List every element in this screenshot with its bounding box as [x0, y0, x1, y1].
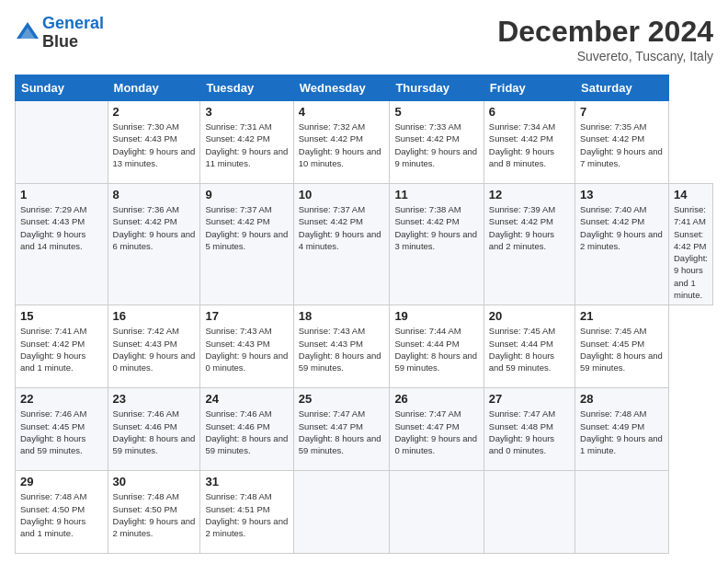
- day-info: Sunrise: 7:48 AM Sunset: 4:49 PM Dayligh…: [580, 408, 664, 456]
- day-number: 6: [489, 105, 570, 119]
- header-sunday: Sunday: [16, 75, 108, 101]
- calendar-day-cell: 24 Sunrise: 7:46 AM Sunset: 4:46 PM Dayl…: [200, 388, 293, 471]
- day-info: Sunrise: 7:29 AM Sunset: 4:43 PM Dayligh…: [20, 203, 103, 252]
- day-number: 10: [299, 188, 385, 201]
- calendar-day-cell: 16 Sunrise: 7:42 AM Sunset: 4:43 PM Dayl…: [108, 305, 200, 388]
- header-wednesday: Wednesday: [293, 75, 390, 101]
- day-number: 14: [674, 188, 708, 201]
- calendar-day-cell: 26 Sunrise: 7:47 AM Sunset: 4:47 PM Dayl…: [390, 388, 483, 471]
- calendar-day-cell: 21 Sunrise: 7:45 AM Sunset: 4:45 PM Dayl…: [575, 305, 669, 388]
- calendar-day-cell: 18 Sunrise: 7:43 AM Sunset: 4:43 PM Dayl…: [293, 305, 390, 388]
- calendar-week-row: 1 Sunrise: 7:29 AM Sunset: 4:43 PM Dayli…: [16, 184, 713, 305]
- day-number: 28: [580, 392, 664, 406]
- calendar-day-cell: 20 Sunrise: 7:45 AM Sunset: 4:44 PM Dayl…: [483, 305, 574, 388]
- calendar-day-cell: 22 Sunrise: 7:46 AM Sunset: 4:45 PM Dayl…: [16, 388, 108, 471]
- days-header-row: Sunday Monday Tuesday Wednesday Thursday…: [16, 75, 713, 101]
- day-info: Sunrise: 7:38 AM Sunset: 4:42 PM Dayligh…: [394, 203, 478, 252]
- day-info: Sunrise: 7:40 AM Sunset: 4:42 PM Dayligh…: [580, 203, 664, 252]
- day-info: Sunrise: 7:36 AM Sunset: 4:42 PM Dayligh…: [113, 203, 196, 252]
- day-number: 20: [489, 309, 570, 323]
- calendar-day-cell: 8 Sunrise: 7:36 AM Sunset: 4:42 PM Dayli…: [108, 184, 200, 305]
- day-info: Sunrise: 7:34 AM Sunset: 4:42 PM Dayligh…: [489, 121, 570, 169]
- header-saturday: Saturday: [575, 75, 669, 101]
- day-number: 3: [205, 105, 288, 119]
- calendar-day-cell: 4 Sunrise: 7:32 AM Sunset: 4:42 PM Dayli…: [293, 101, 390, 184]
- title-block: December 2024 Suvereto, Tuscany, Italy: [497, 15, 713, 63]
- logo-icon: [15, 20, 40, 46]
- logo: GeneralBlue: [15, 15, 104, 52]
- day-number: 11: [394, 188, 478, 201]
- day-info: Sunrise: 7:30 AM Sunset: 4:43 PM Dayligh…: [113, 121, 196, 169]
- day-info: Sunrise: 7:48 AM Sunset: 4:50 PM Dayligh…: [113, 490, 196, 539]
- calendar-day-cell: 29 Sunrise: 7:48 AM Sunset: 4:50 PM Dayl…: [16, 471, 108, 554]
- day-number: 25: [299, 392, 385, 406]
- day-info: Sunrise: 7:43 AM Sunset: 4:43 PM Dayligh…: [299, 325, 385, 373]
- calendar-day-cell: 5 Sunrise: 7:33 AM Sunset: 4:42 PM Dayli…: [390, 101, 483, 184]
- calendar-day-cell: 19 Sunrise: 7:44 AM Sunset: 4:44 PM Dayl…: [390, 305, 483, 388]
- day-number: 24: [205, 392, 288, 406]
- day-info: Sunrise: 7:48 AM Sunset: 4:51 PM Dayligh…: [205, 490, 288, 539]
- calendar-day-cell: [390, 471, 483, 554]
- calendar-day-cell: 30 Sunrise: 7:48 AM Sunset: 4:50 PM Dayl…: [108, 471, 200, 554]
- calendar-day-cell: 28 Sunrise: 7:48 AM Sunset: 4:49 PM Dayl…: [575, 388, 669, 471]
- header-thursday: Thursday: [390, 75, 483, 101]
- day-info: Sunrise: 7:46 AM Sunset: 4:45 PM Dayligh…: [20, 408, 103, 456]
- day-info: Sunrise: 7:37 AM Sunset: 4:42 PM Dayligh…: [299, 203, 385, 252]
- calendar-day-cell: 6 Sunrise: 7:34 AM Sunset: 4:42 PM Dayli…: [483, 101, 574, 184]
- logo-text: GeneralBlue: [42, 15, 104, 52]
- day-info: Sunrise: 7:48 AM Sunset: 4:50 PM Dayligh…: [20, 490, 103, 539]
- page-header: GeneralBlue December 2024 Suvereto, Tusc…: [15, 15, 713, 63]
- calendar-day-cell: 31 Sunrise: 7:48 AM Sunset: 4:51 PM Dayl…: [200, 471, 293, 554]
- day-number: 2: [113, 105, 196, 119]
- day-number: 5: [394, 105, 478, 119]
- day-info: Sunrise: 7:46 AM Sunset: 4:46 PM Dayligh…: [205, 408, 288, 456]
- calendar-table: Sunday Monday Tuesday Wednesday Thursday…: [15, 75, 713, 554]
- day-number: 16: [113, 309, 196, 323]
- day-number: 21: [580, 309, 664, 323]
- calendar-day-cell: [483, 471, 574, 554]
- day-info: Sunrise: 7:47 AM Sunset: 4:47 PM Dayligh…: [394, 408, 478, 456]
- day-info: Sunrise: 7:39 AM Sunset: 4:42 PM Dayligh…: [489, 203, 570, 252]
- calendar-day-cell: 1 Sunrise: 7:29 AM Sunset: 4:43 PM Dayli…: [16, 184, 108, 305]
- day-number: 12: [489, 188, 570, 201]
- calendar-day-cell: 11 Sunrise: 7:38 AM Sunset: 4:42 PM Dayl…: [390, 184, 483, 305]
- day-info: Sunrise: 7:41 AM Sunset: 4:42 PM Dayligh…: [20, 325, 103, 373]
- calendar-day-cell: 15 Sunrise: 7:41 AM Sunset: 4:42 PM Dayl…: [16, 305, 108, 388]
- day-number: 31: [205, 475, 288, 488]
- day-number: 30: [113, 475, 196, 488]
- day-info: Sunrise: 7:32 AM Sunset: 4:42 PM Dayligh…: [299, 121, 385, 169]
- day-info: Sunrise: 7:45 AM Sunset: 4:45 PM Dayligh…: [580, 325, 664, 373]
- calendar-day-cell: 23 Sunrise: 7:46 AM Sunset: 4:46 PM Dayl…: [108, 388, 200, 471]
- day-number: 29: [20, 475, 103, 488]
- calendar-day-cell: 3 Sunrise: 7:31 AM Sunset: 4:42 PM Dayli…: [200, 101, 293, 184]
- day-info: Sunrise: 7:37 AM Sunset: 4:42 PM Dayligh…: [205, 203, 288, 252]
- day-info: Sunrise: 7:33 AM Sunset: 4:42 PM Dayligh…: [394, 121, 478, 169]
- location: Suvereto, Tuscany, Italy: [497, 49, 713, 63]
- calendar-day-cell: 27 Sunrise: 7:47 AM Sunset: 4:48 PM Dayl…: [483, 388, 574, 471]
- day-number: 23: [113, 392, 196, 406]
- day-info: Sunrise: 7:47 AM Sunset: 4:47 PM Dayligh…: [299, 408, 385, 456]
- calendar-week-row: 22 Sunrise: 7:46 AM Sunset: 4:45 PM Dayl…: [16, 388, 713, 471]
- day-info: Sunrise: 7:31 AM Sunset: 4:42 PM Dayligh…: [205, 121, 288, 169]
- calendar-day-cell: 9 Sunrise: 7:37 AM Sunset: 4:42 PM Dayli…: [200, 184, 293, 305]
- day-number: 13: [580, 188, 664, 201]
- calendar-day-cell: 17 Sunrise: 7:43 AM Sunset: 4:43 PM Dayl…: [200, 305, 293, 388]
- calendar-day-cell: 7 Sunrise: 7:35 AM Sunset: 4:42 PM Dayli…: [575, 101, 669, 184]
- day-number: 17: [205, 309, 288, 323]
- day-info: Sunrise: 7:47 AM Sunset: 4:48 PM Dayligh…: [489, 408, 570, 456]
- calendar-week-row: 29 Sunrise: 7:48 AM Sunset: 4:50 PM Dayl…: [16, 471, 713, 554]
- calendar-week-row: 2 Sunrise: 7:30 AM Sunset: 4:43 PM Dayli…: [16, 101, 713, 184]
- day-info: Sunrise: 7:35 AM Sunset: 4:42 PM Dayligh…: [580, 121, 664, 169]
- calendar-week-row: 15 Sunrise: 7:41 AM Sunset: 4:42 PM Dayl…: [16, 305, 713, 388]
- calendar-day-cell: 13 Sunrise: 7:40 AM Sunset: 4:42 PM Dayl…: [575, 184, 669, 305]
- calendar-day-cell: 10 Sunrise: 7:37 AM Sunset: 4:42 PM Dayl…: [293, 184, 390, 305]
- calendar-day-cell: [293, 471, 390, 554]
- day-number: 22: [20, 392, 103, 406]
- day-number: 8: [113, 188, 196, 201]
- day-info: Sunrise: 7:46 AM Sunset: 4:46 PM Dayligh…: [113, 408, 196, 456]
- month-title: December 2024: [497, 15, 713, 49]
- day-info: Sunrise: 7:43 AM Sunset: 4:43 PM Dayligh…: [205, 325, 288, 373]
- header-monday: Monday: [108, 75, 200, 101]
- calendar-day-cell: 14 Sunrise: 7:41 AM Sunset: 4:42 PM Dayl…: [669, 184, 713, 305]
- day-info: Sunrise: 7:45 AM Sunset: 4:44 PM Dayligh…: [489, 325, 570, 373]
